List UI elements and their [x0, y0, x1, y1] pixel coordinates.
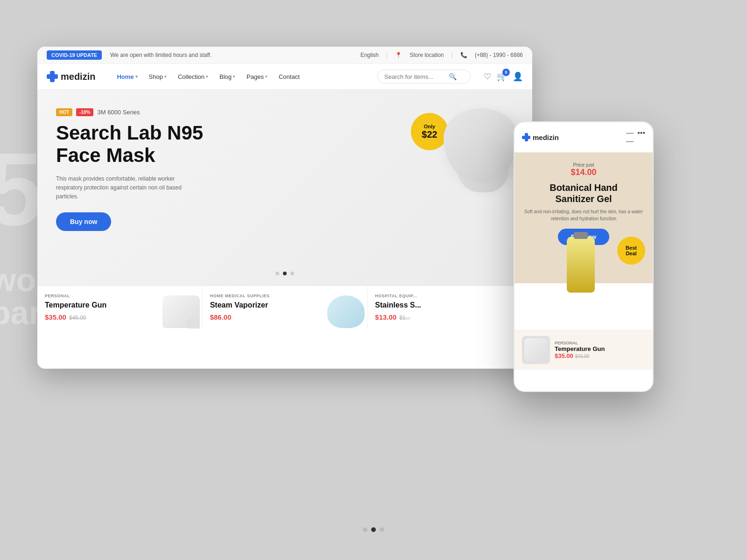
- chevron-down-icon: ▾: [135, 74, 138, 79]
- cart-button[interactable]: 🛒 0: [497, 71, 507, 82]
- nav-item-blog[interactable]: Blog ▾: [215, 70, 240, 83]
- price-value: $22: [422, 129, 437, 140]
- nav-item-collection[interactable]: Collection ▾: [173, 70, 213, 83]
- navbar: medizin Home ▾ Shop ▾ Collection ▾ Blog …: [37, 64, 532, 90]
- page-indicator-dots: [363, 527, 384, 532]
- product-price-1: $86.00: [210, 313, 232, 321]
- product-old-price-2: $1...: [399, 315, 410, 321]
- chevron-down-icon: ▾: [233, 74, 235, 79]
- mask-img-2: [458, 136, 509, 192]
- mobile-logo-text: medizin: [533, 133, 559, 141]
- hero-buy-button[interactable]: Buy now: [56, 212, 111, 231]
- product-card-1: HOME MEDICAL SUPPLIES Steam Vaporizer $8…: [203, 286, 368, 329]
- search-button[interactable]: 🔍: [449, 73, 457, 80]
- carousel-dot-3[interactable]: [290, 272, 294, 275]
- store-location[interactable]: Store location: [409, 52, 444, 58]
- nav-icons: ♡ 🛒 0 👤: [484, 71, 523, 82]
- carousel-dot-2[interactable]: [283, 272, 287, 275]
- product-name-2: Stainless S...: [375, 301, 525, 309]
- divider2: |: [451, 52, 453, 58]
- carousel-dot-1[interactable]: [275, 272, 279, 275]
- hero-subtitle: 3M 6000 Series: [97, 109, 140, 116]
- page-dot-1[interactable]: [363, 527, 367, 532]
- mobile-hero: ↖ 🌐 📋 🛒 Price just $14.00 Botanical Hand…: [514, 153, 653, 283]
- product-price-2: $13.00: [375, 313, 396, 321]
- phone-icon: 📞: [460, 52, 467, 58]
- logo-text: medizin: [61, 71, 95, 82]
- logo[interactable]: medizin: [47, 71, 95, 82]
- user-account-button[interactable]: 👤: [513, 71, 523, 82]
- mobile-logo-cross-icon: [522, 133, 530, 141]
- desktop-browser-window: COVID-19 UPDATE We are open with limited…: [37, 47, 532, 369]
- mobile-product-price: $35.00: [555, 352, 573, 359]
- hero-section: HOT -10% 3M 6000 Series Search Lab N95 F…: [37, 90, 532, 286]
- hero-description: This mask provides comfortable, reliable…: [56, 175, 196, 202]
- product-category-2: HOSPITAL EQUIP...: [375, 294, 525, 298]
- products-row: PERSONAL Temperature Gun $35.00 $45.00 H…: [37, 286, 532, 329]
- mobile-more-icon[interactable]: •••: [637, 129, 645, 146]
- product-card-2: HOSPITAL EQUIP... Stainless S... $13.00 …: [367, 286, 532, 329]
- product-img-0: [155, 291, 203, 329]
- search-bar: 🔍: [377, 70, 471, 84]
- product-card-0: PERSONAL Temperature Gun $35.00 $45.00: [37, 286, 203, 329]
- covid-badge: COVID-19 UPDATE: [47, 50, 102, 60]
- bg-decorative-5: 5: [0, 131, 43, 249]
- phone-number: (+88) - 1990 - 6886: [475, 52, 523, 58]
- carousel-dots: [37, 266, 532, 281]
- topbar-notice: We are open with limited hours and staff…: [110, 52, 211, 58]
- mobile-header: medizin —— •••: [514, 122, 653, 153]
- language-selector[interactable]: English: [360, 52, 379, 58]
- hot-badge: HOT: [56, 108, 72, 116]
- mobile-product-old-price: $45.00: [575, 354, 590, 359]
- mobile-product-category: PERSONAL: [555, 341, 645, 345]
- page-dot-3[interactable]: [380, 527, 384, 532]
- divider: |: [386, 52, 388, 58]
- chevron-down-icon: ▾: [265, 74, 268, 79]
- mobile-product-title: Botanical Hand Sanitizer Gel: [522, 182, 645, 204]
- mobile-preview-window: medizin —— ••• ↖ 🌐 📋 🛒 Price just $14.00…: [514, 121, 654, 392]
- mobile-header-icons: —— •••: [626, 129, 645, 146]
- hero-product-image: [439, 99, 523, 230]
- logo-cross-icon: [47, 71, 58, 82]
- discount-badge: -10%: [76, 108, 93, 116]
- price-label: Only: [424, 124, 435, 129]
- mobile-product-description: Soft and non-irritating, does not hurt t…: [522, 208, 645, 222]
- chevron-down-icon: ▾: [164, 74, 167, 79]
- wishlist-button[interactable]: ♡: [484, 71, 491, 82]
- nav-item-contact[interactable]: Contact: [274, 70, 304, 83]
- mobile-product-thumbnail: [522, 336, 550, 364]
- nav-item-shop[interactable]: Shop ▾: [144, 70, 171, 83]
- location-icon: 📍: [395, 52, 402, 58]
- cart-count: 0: [502, 69, 510, 76]
- product-old-price-0: $45.00: [69, 315, 86, 321]
- nav-item-pages[interactable]: Pages ▾: [242, 70, 272, 83]
- chevron-down-icon: ▾: [206, 74, 208, 79]
- search-input[interactable]: [384, 73, 445, 80]
- mobile-price-value: $14.00: [522, 168, 645, 177]
- nav-links: Home ▾ Shop ▾ Collection ▾ Blog ▾ Pages …: [112, 70, 368, 83]
- page-dot-2[interactable]: [371, 527, 376, 532]
- product-price-0: $35.00: [45, 313, 66, 321]
- mobile-sanitizer-image: [567, 237, 595, 293]
- mobile-bottom-product-card: PERSONAL Temperature Gun $35.00 $45.00: [514, 330, 653, 370]
- mobile-price-just: Price just: [522, 162, 645, 168]
- mobile-product-info: PERSONAL Temperature Gun $35.00 $45.00: [555, 341, 645, 359]
- mobile-menu-icon[interactable]: ——: [626, 129, 634, 146]
- mobile-best-deal-badge: Best Deal: [617, 237, 645, 265]
- mobile-product-name: Temperature Gun: [555, 345, 645, 352]
- product-img-1: [320, 291, 367, 329]
- nav-item-home[interactable]: Home ▾: [112, 70, 142, 83]
- mobile-logo: medizin: [522, 133, 559, 141]
- top-announcement-bar: COVID-19 UPDATE We are open with limited…: [37, 47, 532, 64]
